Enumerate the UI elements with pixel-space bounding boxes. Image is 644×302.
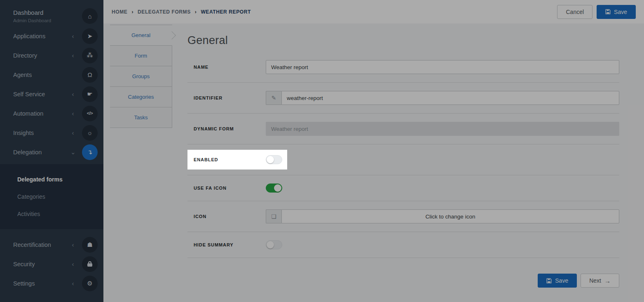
code-icon: </>: [82, 106, 98, 121]
nav-label: Delegation: [13, 149, 70, 156]
name-input[interactable]: [266, 60, 619, 74]
nav-label: Automation: [13, 110, 70, 117]
save-button[interactable]: Save: [597, 5, 636, 19]
next-button-label: Next: [589, 277, 601, 284]
topbar: HOME › DELEGATED FORMS › WEATHER REPORT …: [103, 0, 644, 23]
footer-save-label: Save: [555, 277, 568, 284]
save-floppy-icon: [546, 278, 552, 283]
form-tabs: General Form Groups Categories Tasks: [110, 25, 172, 128]
identifier-row: IDENTIFIER ✎: [187, 83, 619, 114]
chevron-left-icon: ‹: [70, 241, 75, 248]
main-area: HOME › DELEGATED FORMS › WEATHER REPORT …: [103, 0, 644, 302]
gear-icon: ⚙: [82, 276, 98, 291]
nav-label: Settings: [13, 280, 70, 287]
app-root: Dashboard Admin Dashboard ⌂ Applications…: [0, 0, 644, 302]
submenu-item-activities[interactable]: Activities: [0, 205, 103, 223]
icon-row: ICON ❏ Click to change icon: [187, 201, 619, 232]
breadcrumb: HOME › DELEGATED FORMS › WEATHER REPORT: [112, 9, 251, 15]
use-fa-icon-label: USE FA ICON: [187, 186, 266, 190]
sidebar-item-automation[interactable]: Automation ‹ </>: [0, 104, 103, 123]
breadcrumb-current-page: WEATHER REPORT: [201, 9, 251, 15]
chevron-right-icon: ›: [195, 9, 197, 15]
content-area: General Form Groups Categories Tasks Gen…: [103, 23, 644, 302]
enabled-toggle[interactable]: [266, 155, 282, 164]
chevron-left-icon: ‹: [70, 52, 75, 59]
use-fa-icon-row: USE FA ICON: [187, 175, 619, 201]
chevron-left-icon: ‹: [70, 91, 75, 98]
save-button-label: Save: [614, 9, 627, 15]
lock-icon: [82, 256, 98, 272]
hide-summary-toggle[interactable]: [266, 240, 282, 249]
dynamic-form-label: DYNAMIC FORM: [187, 126, 266, 131]
footer-save-button[interactable]: Save: [538, 274, 577, 288]
sidebar-item-recertification[interactable]: Recertification ‹ ☗: [0, 235, 103, 254]
nav-label: Applications: [13, 33, 70, 39]
delegation-icon: ↴: [82, 144, 98, 160]
sidebar-item-settings[interactable]: Settings ‹ ⚙: [0, 274, 103, 293]
chevron-left-icon: ‹: [70, 129, 75, 136]
sidebar-item-applications[interactable]: Applications ‹ ➤: [0, 26, 103, 46]
tab-groups[interactable]: Groups: [110, 66, 172, 87]
icon-picker-button[interactable]: Click to change icon: [281, 209, 619, 223]
nav-label: Self Service: [13, 91, 70, 98]
sidebar-item-delegation[interactable]: Delegation ⌄ ↴: [0, 142, 103, 162]
nav-label: Directory: [13, 52, 70, 59]
sitemap-icon: ⁂: [82, 48, 98, 63]
enabled-row: ENABLED: [187, 144, 619, 175]
chevron-down-icon: ⌄: [70, 149, 75, 156]
form-footer: Save Next →: [187, 274, 619, 288]
dynamic-form-input: [266, 122, 619, 136]
sidebar-item-self-service[interactable]: Self Service ‹ ☛: [0, 84, 103, 104]
general-form-panel: General NAME IDENTIFIER ✎: [172, 23, 644, 302]
tab-general[interactable]: General: [110, 25, 172, 46]
hand-icon: ☛: [82, 86, 98, 102]
sidebar: Dashboard Admin Dashboard ⌂ Applications…: [0, 0, 103, 302]
cancel-button[interactable]: Cancel: [557, 5, 592, 19]
delegation-submenu: Delegated forms Categories Activities: [0, 164, 103, 229]
sidebar-item-dashboard[interactable]: Dashboard Admin Dashboard ⌂: [0, 6, 103, 26]
submenu-item-categories[interactable]: Categories: [0, 188, 103, 205]
save-floppy-icon: [605, 9, 611, 14]
sidebar-item-security[interactable]: Security ‹: [0, 254, 103, 274]
chevron-left-icon: ‹: [70, 260, 75, 267]
dynamic-form-row: DYNAMIC FORM: [187, 114, 619, 144]
sidebar-item-insights[interactable]: Insights ‹ ☼: [0, 123, 103, 142]
icon-label: ICON: [187, 214, 266, 219]
chevron-left-icon: ‹: [70, 33, 75, 39]
rocket-icon: ➤: [82, 28, 98, 44]
nav-label: Recertification: [13, 242, 70, 248]
topbar-actions: Cancel Save: [557, 5, 636, 19]
dashboard-label: Dashboard: [13, 9, 82, 16]
next-button[interactable]: Next →: [581, 274, 619, 288]
lightbulb-icon: ☼: [82, 125, 98, 141]
name-row: NAME: [187, 52, 619, 83]
tab-categories[interactable]: Categories: [110, 87, 172, 107]
shield-icon: ☗: [82, 237, 98, 253]
name-label: NAME: [187, 65, 266, 70]
chevron-right-icon: ›: [131, 9, 133, 15]
breadcrumb-delegated-forms[interactable]: DELEGATED FORMS: [138, 9, 191, 15]
home-icon: ⌂: [82, 8, 98, 24]
chevron-left-icon: ‹: [70, 110, 75, 117]
hide-summary-label: HIDE SUMMARY: [187, 242, 266, 247]
nav-label: Insights: [13, 130, 70, 136]
sidebar-bottom: Recertification ‹ ☗ Security ‹ Settings …: [0, 235, 103, 293]
nav-label: Agents: [13, 72, 70, 78]
nav-label: Security: [13, 261, 70, 267]
sidebar-item-agents[interactable]: Agents Ω: [0, 65, 103, 84]
arrow-right-icon: →: [604, 277, 611, 284]
dashboard-sublabel: Admin Dashboard: [13, 18, 82, 23]
identifier-input[interactable]: [281, 91, 619, 105]
tour-spotlight: ENABLED: [187, 150, 287, 170]
sidebar-item-directory[interactable]: Directory ‹ ⁂: [0, 46, 103, 65]
submenu-item-delegated-forms[interactable]: Delegated forms: [0, 171, 103, 188]
hide-summary-row: HIDE SUMMARY: [187, 232, 619, 258]
breadcrumb-home[interactable]: HOME: [112, 9, 127, 15]
page-title: General: [187, 34, 619, 47]
headset-icon: Ω: [82, 67, 98, 83]
use-fa-icon-toggle[interactable]: [266, 184, 282, 193]
tab-form[interactable]: Form: [110, 46, 172, 66]
tab-tasks[interactable]: Tasks: [110, 107, 172, 128]
identifier-label: IDENTIFIER: [187, 95, 266, 100]
enabled-label: ENABLED: [194, 157, 266, 162]
